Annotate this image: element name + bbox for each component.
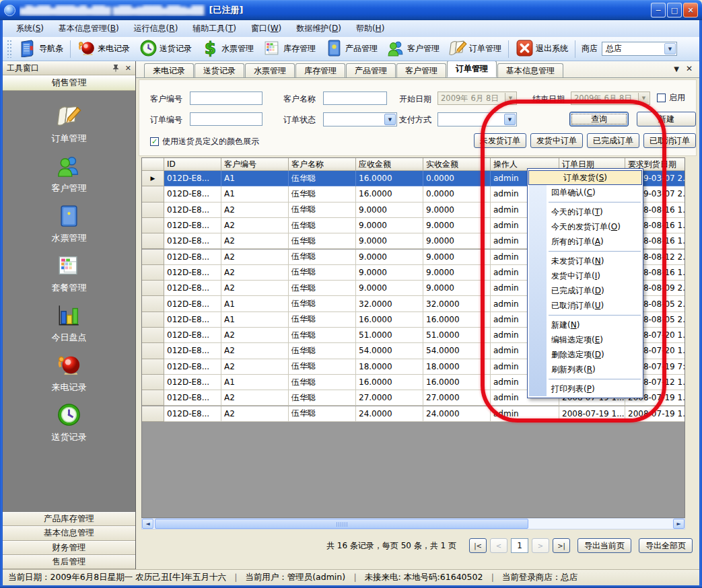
tab-来电记录[interactable]: 来电记录 bbox=[144, 63, 194, 77]
context-menu-item[interactable]: 打印列表(P) bbox=[528, 381, 643, 396]
grid-horizontal-scrollbar[interactable]: ◄ ► bbox=[141, 518, 685, 529]
menu-item[interactable]: 运行信息(R) bbox=[127, 21, 185, 36]
menu-item[interactable]: 系统(S) bbox=[9, 21, 50, 36]
column-header[interactable]: ID bbox=[164, 158, 221, 171]
sidebar-group-产品库存管理[interactable]: 产品库存管理 bbox=[3, 512, 135, 526]
context-menu-item[interactable]: 新建(N) bbox=[528, 318, 643, 332]
column-header[interactable]: 客户名称 bbox=[289, 158, 356, 171]
toolbar-button-calendar[interactable]: 库存管理 bbox=[258, 38, 320, 61]
end-date-dropdown-icon[interactable]: ▼ bbox=[638, 93, 649, 104]
column-header[interactable]: 客户编号 bbox=[221, 158, 289, 171]
export-current-page-button[interactable]: 导出当前页 bbox=[577, 538, 631, 553]
sidebar-group-售后管理[interactable]: 售后管理 bbox=[3, 555, 135, 569]
sidebar-group-基本信息管理[interactable]: 基本信息管理 bbox=[3, 526, 135, 540]
sidebar-item-order[interactable]: 订单管理 bbox=[3, 102, 135, 147]
toolbar-button-customers[interactable]: 客户管理 bbox=[382, 38, 444, 61]
scrollbar-thumb[interactable] bbox=[155, 519, 528, 529]
color-display-checkbox[interactable]: ✓ 使用送货员定义的颜色展示 bbox=[150, 136, 259, 147]
row-selector-cell[interactable] bbox=[142, 328, 164, 343]
status-filter-button-2[interactable]: 发货中订单 bbox=[530, 133, 583, 148]
pay-method-dropdown-icon[interactable]: ▼ bbox=[504, 114, 516, 125]
toolbar-button-bell[interactable]: 来电记录 bbox=[73, 38, 135, 61]
sidebar-section-sales[interactable]: 销售管理 bbox=[3, 75, 135, 91]
context-menu-item[interactable]: 所有的订单(A) bbox=[528, 234, 643, 249]
toolbar-button-order[interactable]: 订单管理 bbox=[444, 38, 506, 61]
scroll-left-icon[interactable]: ◄ bbox=[142, 519, 153, 529]
menu-item[interactable]: 辅助工具(T) bbox=[186, 21, 243, 36]
row-selector-cell[interactable] bbox=[142, 406, 164, 422]
context-menu-item[interactable]: 今天的发货订单(O) bbox=[528, 219, 643, 234]
toolbar-grip[interactable] bbox=[7, 40, 12, 58]
table-row[interactable]: 012D-E8...A2伍华聪24.000024.0000admin2008-0… bbox=[142, 406, 685, 422]
context-menu-item[interactable]: 已取消订单(U) bbox=[528, 298, 643, 313]
first-page-button[interactable]: |< bbox=[469, 538, 487, 553]
new-button[interactable]: 新建 bbox=[637, 112, 696, 126]
export-all-pages-button[interactable]: 导出全部页 bbox=[639, 538, 693, 553]
context-menu-item[interactable]: 删除选定项(D) bbox=[528, 347, 643, 362]
context-menu-item[interactable]: 已完成订单(D) bbox=[528, 283, 643, 298]
tab-水票管理[interactable]: 水票管理 bbox=[245, 63, 295, 77]
maximize-button[interactable]: □ bbox=[667, 3, 682, 17]
row-selector-cell[interactable] bbox=[142, 186, 164, 202]
scrollbar-track[interactable] bbox=[153, 519, 673, 529]
context-menu-item[interactable]: 发货中订单(I) bbox=[528, 268, 643, 283]
column-header[interactable]: 应收金额 bbox=[356, 158, 423, 171]
last-page-button[interactable]: >| bbox=[553, 538, 570, 553]
end-date-picker[interactable]: 2009年 6月 8日 ▼ bbox=[571, 91, 650, 105]
row-selector-cell[interactable] bbox=[142, 250, 164, 265]
tool-window-close-icon[interactable]: ✕ bbox=[125, 64, 131, 73]
order-status-dropdown-icon[interactable]: ▼ bbox=[384, 114, 396, 125]
sidebar-item-chart[interactable]: 今日盘点 bbox=[3, 301, 135, 346]
row-selector-cell[interactable] bbox=[142, 390, 164, 406]
shop-dropdown-icon[interactable]: ▼ bbox=[664, 43, 676, 54]
row-selector-cell[interactable] bbox=[142, 265, 164, 281]
page-number-input[interactable]: 1 bbox=[511, 538, 528, 553]
shop-select[interactable]: 总店▼ bbox=[602, 42, 677, 56]
pin-icon[interactable] bbox=[112, 64, 120, 72]
tab-基本信息管理[interactable]: 基本信息管理 bbox=[497, 63, 563, 77]
status-filter-button-3[interactable]: 已完成订单 bbox=[587, 133, 639, 148]
sidebar-item-customers[interactable]: 客户管理 bbox=[3, 151, 135, 196]
row-selector-cell[interactable] bbox=[142, 343, 164, 359]
row-selector-cell[interactable] bbox=[142, 312, 164, 328]
status-filter-button-1[interactable]: 未发货订单 bbox=[474, 133, 526, 148]
row-selector-cell[interactable] bbox=[142, 281, 164, 296]
row-selector-cell[interactable] bbox=[142, 375, 164, 390]
toolbar-button-dollar[interactable]: $水票管理 bbox=[197, 38, 258, 61]
enable-checkbox-box[interactable] bbox=[657, 94, 666, 102]
row-selector-cell[interactable] bbox=[142, 203, 164, 218]
query-button[interactable]: 查询 bbox=[569, 112, 629, 126]
menu-item[interactable]: 帮助(H) bbox=[349, 21, 391, 36]
tab-产品管理[interactable]: 产品管理 bbox=[346, 63, 396, 77]
context-menu-item[interactable]: 回单确认(C) bbox=[528, 185, 643, 200]
row-selector-cell[interactable]: ▶ bbox=[142, 171, 164, 186]
customer-no-input[interactable] bbox=[190, 91, 262, 105]
menu-item[interactable]: 基本信息管理(B) bbox=[52, 21, 126, 36]
pay-method-select[interactable]: ▼ bbox=[437, 112, 517, 126]
menu-item[interactable]: 数据维护(D) bbox=[289, 21, 348, 36]
context-menu-item[interactable]: 编辑选定项(E) bbox=[528, 332, 643, 347]
enable-checkbox[interactable]: 启用 bbox=[657, 92, 685, 104]
context-menu-item[interactable]: 刷新列表(R) bbox=[528, 362, 643, 377]
sidebar-item-clock[interactable]: 送货记录 bbox=[3, 400, 135, 445]
customer-name-input[interactable] bbox=[323, 91, 387, 105]
sidebar-item-calendar[interactable]: 套餐管理 bbox=[3, 251, 135, 296]
toolbar-button-product-book[interactable]: 产品管理 bbox=[320, 38, 382, 61]
order-no-input[interactable] bbox=[190, 112, 262, 126]
color-display-checkbox-box[interactable]: ✓ bbox=[150, 137, 159, 146]
sidebar-item-bell[interactable]: 来电记录 bbox=[3, 351, 135, 396]
toolbar-button-exit[interactable]: 退出系统 bbox=[511, 38, 573, 61]
start-date-picker[interactable]: 2009年 6月 8日 ▼ bbox=[437, 91, 517, 105]
sidebar-item-water-card[interactable]: 水票管理 bbox=[3, 201, 135, 246]
tab-客户管理[interactable]: 客户管理 bbox=[396, 63, 446, 77]
order-status-select[interactable]: ▼ bbox=[323, 112, 397, 126]
row-selector-cell[interactable] bbox=[142, 233, 164, 249]
column-header[interactable]: 实收金额 bbox=[423, 158, 491, 171]
tab-list-dropdown-icon[interactable]: ▼ bbox=[674, 65, 679, 73]
tab-库存管理[interactable]: 库存管理 bbox=[295, 63, 345, 77]
context-menu-item[interactable]: 未发货订单(N) bbox=[528, 254, 643, 268]
tab-close-icon[interactable]: ✕ bbox=[686, 64, 693, 73]
toolbar-button-clock[interactable]: 送货记录 bbox=[135, 38, 197, 61]
tab-送货记录[interactable]: 送货记录 bbox=[195, 63, 244, 77]
toolbar-button-nav-book[interactable]: 导航条 bbox=[14, 38, 68, 61]
